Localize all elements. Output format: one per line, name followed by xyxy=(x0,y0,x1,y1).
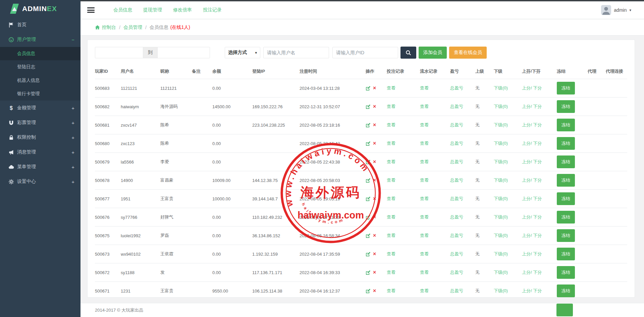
subordinate-link[interactable]: 下级(0) xyxy=(494,270,508,275)
subordinate-link[interactable]: 下级(0) xyxy=(494,288,508,293)
view-bet-records-link[interactable]: 查看 xyxy=(387,214,395,219)
freeze-button[interactable]: 冻结 xyxy=(557,248,575,260)
view-flow-records-link[interactable]: 查看 xyxy=(420,288,429,293)
view-bet-records-link[interactable]: 查看 xyxy=(387,122,395,127)
nav-link-bet-records[interactable]: 投注记录 xyxy=(203,7,222,13)
edit-icon[interactable] xyxy=(366,86,371,91)
delete-icon[interactable]: × xyxy=(373,141,376,146)
view-flow-records-link[interactable]: 查看 xyxy=(420,122,429,127)
updown-points-link[interactable]: 上分/ 下分 xyxy=(522,233,542,238)
updown-points-link[interactable]: 上分/ 下分 xyxy=(522,141,542,146)
hamburger-menu-icon[interactable] xyxy=(87,7,95,13)
edit-icon[interactable] xyxy=(366,289,371,294)
collapse-minus-icon[interactable]: − xyxy=(71,37,74,43)
updown-points-link[interactable]: 上分/ 下分 xyxy=(522,122,542,127)
updown-points-link[interactable]: 上分/ 下分 xyxy=(522,85,542,90)
updown-points-link[interactable]: 上分/ 下分 xyxy=(522,178,542,183)
date-from-input[interactable] xyxy=(95,47,143,58)
delete-icon[interactable]: × xyxy=(373,178,376,183)
sidebar-item-member-info[interactable]: 会员信息 xyxy=(0,47,80,60)
delete-icon[interactable]: × xyxy=(373,288,376,294)
view-bet-records-link[interactable]: 查看 xyxy=(387,85,395,90)
total-profit-link[interactable]: 总盈亏 xyxy=(450,270,463,275)
total-profit-link[interactable]: 总盈亏 xyxy=(450,159,463,164)
view-flow-records-link[interactable]: 查看 xyxy=(420,159,429,164)
total-profit-link[interactable]: 总盈亏 xyxy=(450,196,463,201)
method-select[interactable]: 选择方式 ▾ xyxy=(225,47,260,58)
updown-points-link[interactable]: 上分/ 下分 xyxy=(522,288,542,293)
freeze-button[interactable]: 冻结 xyxy=(557,100,575,113)
total-profit-link[interactable]: 总盈亏 xyxy=(450,122,463,127)
view-flow-records-link[interactable]: 查看 xyxy=(420,214,429,219)
add-member-button[interactable]: 添加会员 xyxy=(419,47,447,59)
view-flow-records-link[interactable]: 查看 xyxy=(420,196,429,201)
freeze-button[interactable]: 冻结 xyxy=(557,284,575,297)
edit-icon[interactable] xyxy=(366,178,371,183)
search-button[interactable] xyxy=(400,47,416,59)
nav-link-modify-rate[interactable]: 修改倍率 xyxy=(173,7,192,13)
sidebar-item-permission-control[interactable]: 权限控制 + xyxy=(0,130,80,145)
updown-points-link[interactable]: 上分/ 下分 xyxy=(522,214,542,219)
sidebar-item-robot-info[interactable]: 机器人信息 xyxy=(0,74,80,87)
edit-icon[interactable] xyxy=(366,141,371,146)
view-flow-records-link[interactable]: 查看 xyxy=(420,251,429,256)
freeze-button[interactable]: 冻结 xyxy=(557,174,575,187)
delete-icon[interactable]: × xyxy=(373,159,376,165)
delete-icon[interactable]: × xyxy=(373,104,376,109)
view-flow-records-link[interactable]: 查看 xyxy=(420,141,429,146)
delete-icon[interactable]: × xyxy=(373,196,376,201)
freeze-button[interactable]: 冻结 xyxy=(557,137,575,150)
view-bet-records-link[interactable]: 查看 xyxy=(387,288,395,293)
view-bet-records-link[interactable]: 查看 xyxy=(387,270,395,275)
freeze-button[interactable]: 冻结 xyxy=(557,155,575,168)
sidebar-item-lottery-mgmt[interactable]: 彩票管理 + xyxy=(0,115,80,130)
total-profit-link[interactable]: 总盈亏 xyxy=(450,214,463,219)
expand-plus-icon[interactable]: + xyxy=(71,135,74,140)
freeze-button[interactable]: 冻结 xyxy=(557,119,575,131)
updown-points-link[interactable]: 上分/ 下分 xyxy=(522,270,542,275)
date-to-input[interactable] xyxy=(158,47,210,58)
view-bet-records-link[interactable]: 查看 xyxy=(387,233,395,238)
view-bet-records-link[interactable]: 查看 xyxy=(387,178,395,183)
view-bet-records-link[interactable]: 查看 xyxy=(387,141,395,146)
nav-link-member-info[interactable]: 会员信息 xyxy=(113,7,132,13)
brand-logo[interactable]: ADMINEX xyxy=(0,0,80,17)
expand-plus-icon[interactable]: + xyxy=(71,149,74,155)
expand-plus-icon[interactable]: + xyxy=(71,164,74,170)
total-profit-link[interactable]: 总盈亏 xyxy=(450,178,463,183)
sidebar-item-menu-mgmt[interactable]: 菜单管理 + xyxy=(0,160,80,174)
total-profit-link[interactable]: 总盈亏 xyxy=(450,233,463,238)
subordinate-link[interactable]: 下级(0) xyxy=(494,196,508,201)
breadcrumb-member-mgmt[interactable]: 会员管理 xyxy=(123,24,142,30)
edit-icon[interactable] xyxy=(366,123,371,128)
userid-search-input[interactable] xyxy=(332,47,398,58)
view-online-members-button[interactable]: 查看在线会员 xyxy=(449,47,487,59)
total-profit-link[interactable]: 总盈亏 xyxy=(450,251,463,256)
subordinate-link[interactable]: 下级(0) xyxy=(494,85,508,90)
updown-points-link[interactable]: 上分/ 下分 xyxy=(522,251,542,256)
view-bet-records-link[interactable]: 查看 xyxy=(387,159,395,164)
freeze-button[interactable]: 冻结 xyxy=(557,229,575,242)
edit-icon[interactable] xyxy=(366,252,371,257)
view-bet-records-link[interactable]: 查看 xyxy=(387,104,395,109)
freeze-button-partial[interactable] xyxy=(556,304,573,316)
sidebar-item-message-mgmt[interactable]: 消息管理 + xyxy=(0,145,80,160)
breadcrumb-console[interactable]: 控制台 xyxy=(102,24,116,30)
subordinate-link[interactable]: 下级(0) xyxy=(494,214,508,219)
total-profit-link[interactable]: 总盈亏 xyxy=(450,104,463,109)
total-profit-link[interactable]: 总盈亏 xyxy=(450,288,463,293)
edit-icon[interactable] xyxy=(366,233,371,238)
view-flow-records-link[interactable]: 查看 xyxy=(420,178,429,183)
sidebar-item-login-log[interactable]: 登陆日志 xyxy=(0,60,80,74)
view-flow-records-link[interactable]: 查看 xyxy=(420,270,429,275)
expand-plus-icon[interactable]: + xyxy=(71,120,74,126)
total-profit-link[interactable]: 总盈亏 xyxy=(450,85,463,90)
subordinate-link[interactable]: 下级(0) xyxy=(494,178,508,183)
subordinate-link[interactable]: 下级(0) xyxy=(494,159,508,164)
updown-points-link[interactable]: 上分/ 下分 xyxy=(522,104,542,109)
view-bet-records-link[interactable]: 查看 xyxy=(387,251,395,256)
delete-icon[interactable]: × xyxy=(373,251,376,257)
freeze-button[interactable]: 冻结 xyxy=(557,192,575,205)
subordinate-link[interactable]: 下级(0) xyxy=(494,141,508,146)
subordinate-link[interactable]: 下级(0) xyxy=(494,233,508,238)
